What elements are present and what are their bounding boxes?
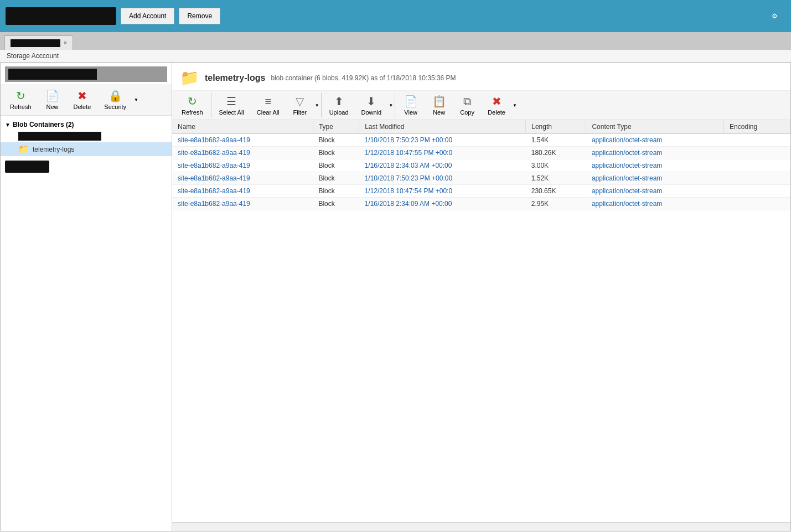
- remove-button[interactable]: Remove: [179, 8, 220, 24]
- tree-section-redacted: [5, 161, 49, 173]
- tree-area: ▼ Blob Containers (2) 📁 telemetry-logs: [1, 116, 172, 531]
- clear-all-icon: ≡: [265, 95, 271, 108]
- tree-item-1-redacted[interactable]: [1, 130, 172, 142]
- left-refresh-label: Refresh: [10, 104, 32, 110]
- container-header: 📁 telemetry-logs blob container (6 blobs…: [172, 63, 790, 91]
- right-refresh-icon: ↻: [188, 95, 197, 108]
- table-row[interactable]: site-e8a1b682-a9aa-419 Block 1/10/2018 7…: [172, 134, 790, 147]
- tab-close-button[interactable]: ×: [64, 40, 67, 46]
- blob-table-container[interactable]: Name Type Last Modified Length Content T…: [172, 120, 790, 522]
- cell-length-1: 180.26K: [526, 147, 586, 159]
- tree-item-2-label: telemetry-logs: [33, 146, 74, 153]
- view-label: View: [404, 109, 417, 116]
- right-new-button[interactable]: 📋 New: [425, 92, 453, 118]
- right-refresh-button[interactable]: ↻ Refresh: [175, 92, 209, 118]
- download-dropdown-arrow[interactable]: ▼: [389, 103, 393, 108]
- cell-lastmod-5: 1/16/2018 2:34:09 AM +00:00: [359, 198, 526, 210]
- download-icon: ⬇: [366, 95, 376, 108]
- filter-button[interactable]: ▽ Filter: [286, 92, 314, 118]
- bottom-scrollbar[interactable]: [172, 522, 790, 531]
- cell-encoding-3: [724, 172, 790, 185]
- table-row[interactable]: site-e8a1b682-a9aa-419 Block 1/10/2018 7…: [172, 172, 790, 185]
- select-all-button[interactable]: ☰ Select All: [213, 92, 250, 118]
- clear-all-button[interactable]: ≡ Clear All: [251, 92, 286, 118]
- cell-contenttype-1: application/octet-stream: [586, 147, 724, 159]
- container-info: blob container (6 blobs, 419.92K) as of …: [271, 74, 456, 82]
- sidebar: ↻ Refresh 📄 New ✖ Delete 🔒 Security ▼ ▼ …: [1, 63, 172, 531]
- left-refresh-button[interactable]: ↻ Refresh: [4, 86, 38, 113]
- settings-gear-button[interactable]: ⚙: [764, 8, 785, 24]
- col-header-type[interactable]: Type: [313, 120, 359, 134]
- cell-contenttype-3: application/octet-stream: [586, 172, 724, 185]
- tree-item-telemetry-logs[interactable]: 📁 telemetry-logs: [1, 142, 172, 156]
- top-toolbar: Add Account Remove ⚙: [0, 0, 791, 32]
- cell-lastmod-1: 1/12/2018 10:47:55 PM +00:0: [359, 147, 526, 159]
- right-new-icon: 📋: [432, 95, 446, 108]
- left-new-button[interactable]: 📄 New: [39, 86, 66, 113]
- upload-icon: ⬆: [334, 95, 344, 108]
- main-layout: ↻ Refresh 📄 New ✖ Delete 🔒 Security ▼ ▼ …: [0, 63, 791, 531]
- col-header-content-type[interactable]: Content Type: [586, 120, 724, 134]
- download-button[interactable]: ⬇ Downld: [355, 92, 388, 118]
- select-all-icon: ☰: [226, 95, 236, 108]
- col-header-name[interactable]: Name: [172, 120, 313, 134]
- right-delete-label: Delete: [488, 109, 505, 116]
- select-all-label: Select All: [219, 109, 244, 116]
- table-row[interactable]: site-e8a1b682-a9aa-419 Block 1/16/2018 2…: [172, 198, 790, 210]
- sidebar-account-redacted: [8, 69, 97, 80]
- tree-item-1-name-redacted: [18, 132, 101, 141]
- right-new-label: New: [433, 109, 445, 116]
- cell-type-3: Block: [313, 172, 359, 185]
- refresh-icon: ↻: [16, 89, 25, 102]
- upload-label: Upload: [329, 109, 349, 116]
- upload-button[interactable]: ⬆ Upload: [323, 92, 355, 118]
- separator-3: [395, 93, 395, 117]
- folder-icon: 📁: [18, 144, 29, 154]
- table-row[interactable]: site-e8a1b682-a9aa-419 Block 1/12/2018 1…: [172, 147, 790, 159]
- cell-encoding-0: [724, 134, 790, 147]
- table-row[interactable]: site-e8a1b682-a9aa-419 Block 1/16/2018 2…: [172, 159, 790, 172]
- cell-name-5: site-e8a1b682-a9aa-419: [172, 198, 313, 210]
- copy-button[interactable]: ⧉ Copy: [453, 92, 481, 118]
- main-tab[interactable]: ×: [4, 35, 73, 50]
- left-toolbar-dropdown-arrow[interactable]: ▼: [134, 97, 138, 102]
- blob-containers-header[interactable]: ▼ Blob Containers (2): [1, 119, 172, 130]
- view-button[interactable]: 📄 View: [397, 92, 425, 118]
- cell-lastmod-3: 1/10/2018 7:50:23 PM +00:00: [359, 172, 526, 185]
- cell-encoding-5: [724, 198, 790, 210]
- blob-table: Name Type Last Modified Length Content T…: [172, 120, 790, 210]
- left-security-label: Security: [104, 104, 126, 110]
- cell-length-3: 1.52K: [526, 172, 586, 185]
- cell-contenttype-4: application/octet-stream: [586, 185, 724, 198]
- add-account-button[interactable]: Add Account: [121, 8, 174, 24]
- table-row[interactable]: site-e8a1b682-a9aa-419 Block 1/12/2018 1…: [172, 185, 790, 198]
- left-security-button[interactable]: 🔒 Security: [98, 86, 132, 113]
- blob-containers-label: Blob Containers (2): [13, 121, 74, 128]
- container-folder-icon: 📁: [180, 69, 199, 87]
- view-icon: 📄: [404, 95, 418, 108]
- cell-lastmod-4: 1/12/2018 10:47:54 PM +00:0: [359, 185, 526, 198]
- security-icon: 🔒: [108, 89, 122, 102]
- copy-label: Copy: [460, 109, 474, 116]
- cell-type-5: Block: [313, 198, 359, 210]
- cell-encoding-1: [724, 147, 790, 159]
- col-header-length[interactable]: Length: [526, 120, 586, 134]
- right-delete-dropdown-arrow[interactable]: ▼: [513, 103, 517, 108]
- left-toolbar: ↻ Refresh 📄 New ✖ Delete 🔒 Security ▼: [1, 84, 172, 116]
- cell-type-2: Block: [313, 159, 359, 172]
- col-header-encoding[interactable]: Encoding: [724, 120, 790, 134]
- left-delete-label: Delete: [74, 104, 91, 110]
- filter-dropdown-arrow[interactable]: ▼: [315, 103, 319, 108]
- storage-account-label: Storage Acccount: [0, 50, 791, 63]
- right-delete-button[interactable]: ✖ Delete: [482, 92, 511, 118]
- left-new-label: New: [46, 104, 59, 110]
- left-delete-button[interactable]: ✖ Delete: [68, 86, 97, 113]
- delete-icon: ✖: [77, 89, 87, 102]
- cell-type-4: Block: [313, 185, 359, 198]
- cell-contenttype-2: application/octet-stream: [586, 159, 724, 172]
- separator-1: [211, 93, 211, 117]
- cell-lastmod-0: 1/10/2018 7:50:23 PM +00:00: [359, 134, 526, 147]
- tab-bar: ×: [0, 32, 791, 50]
- right-refresh-label: Refresh: [182, 109, 203, 116]
- col-header-last-modified[interactable]: Last Modified: [359, 120, 526, 134]
